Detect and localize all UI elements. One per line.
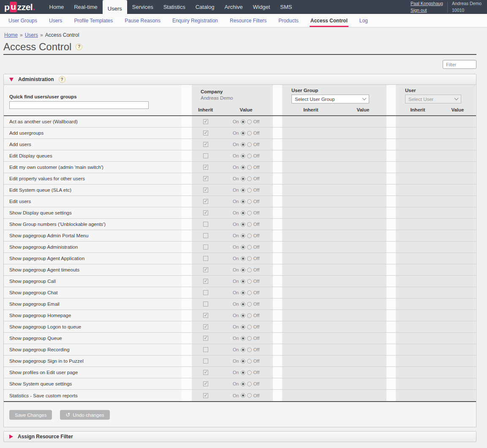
radio-off[interactable] [247, 142, 252, 147]
inherit-checkbox[interactable] [203, 210, 208, 215]
radio-off[interactable] [247, 245, 252, 250]
breadcrumb-link[interactable]: Users [25, 32, 38, 38]
save-changes-button[interactable]: Save Changes [9, 410, 52, 420]
sub-nav-item[interactable]: Log [354, 14, 374, 27]
inherit-checkbox[interactable] [203, 199, 208, 204]
sub-nav-item[interactable]: Enquiry Registration [166, 14, 224, 27]
radio-on[interactable] [241, 313, 245, 318]
inherit-checkbox[interactable] [203, 153, 208, 158]
inherit-checkbox[interactable] [203, 222, 208, 227]
radio-off[interactable] [247, 222, 252, 227]
user-select[interactable]: Select User [405, 95, 461, 103]
current-user-link[interactable]: Paal Kongshaug [411, 0, 443, 7]
administration-accordion-header[interactable]: Administration ? [3, 74, 476, 85]
radio-on[interactable] [241, 291, 245, 295]
radio-off[interactable] [247, 348, 252, 352]
assign-resource-filter-accordion-header[interactable]: Assign Resource Filter [3, 431, 476, 442]
inherit-checkbox[interactable] [203, 267, 208, 272]
inherit-checkbox[interactable] [203, 370, 208, 375]
sign-out-link[interactable]: Sign out [411, 7, 443, 14]
inherit-checkbox[interactable] [203, 256, 208, 261]
radio-off[interactable] [247, 279, 252, 284]
radio-on[interactable] [241, 370, 245, 375]
top-nav-item[interactable]: Archive [219, 0, 248, 14]
radio-on[interactable] [241, 336, 245, 341]
help-icon[interactable]: ? [59, 76, 65, 83]
radio-on[interactable] [241, 268, 245, 272]
inherit-checkbox[interactable] [203, 187, 208, 193]
radio-off[interactable] [247, 370, 252, 375]
undo-changes-button[interactable]: ↺ Undo changes [60, 410, 109, 420]
inherit-checkbox[interactable] [203, 301, 208, 307]
inherit-checkbox[interactable] [203, 324, 208, 329]
top-nav-item[interactable]: Real-time [69, 0, 103, 14]
inherit-checkbox[interactable] [203, 313, 208, 318]
radio-off[interactable] [247, 199, 252, 204]
radio-on[interactable] [241, 302, 245, 307]
radio-off[interactable] [247, 154, 252, 158]
radio-off[interactable] [247, 336, 252, 341]
radio-on[interactable] [241, 325, 245, 329]
inherit-checkbox[interactable] [203, 176, 208, 181]
radio-on[interactable] [241, 199, 245, 204]
radio-off[interactable] [247, 393, 252, 398]
radio-off[interactable] [247, 325, 252, 329]
filter-input[interactable] [443, 60, 476, 69]
radio-on[interactable] [241, 234, 245, 238]
radio-on[interactable] [241, 154, 245, 158]
sub-nav-item[interactable]: Access Control [305, 14, 354, 27]
inherit-checkbox[interactable] [203, 290, 208, 295]
quick-find-input[interactable] [9, 101, 149, 109]
inherit-checkbox[interactable] [203, 130, 208, 136]
radio-on[interactable] [241, 142, 245, 147]
breadcrumb-link[interactable]: Home [4, 32, 18, 38]
radio-on[interactable] [241, 393, 245, 398]
radio-off[interactable] [247, 188, 252, 193]
radio-off[interactable] [247, 176, 252, 181]
radio-on[interactable] [241, 119, 245, 124]
radio-off[interactable] [247, 302, 252, 307]
radio-off[interactable] [247, 211, 252, 215]
radio-off[interactable] [247, 291, 252, 295]
inherit-checkbox[interactable] [203, 233, 208, 238]
top-nav-item[interactable]: Catalog [190, 0, 220, 14]
radio-on[interactable] [241, 131, 245, 136]
inherit-checkbox[interactable] [203, 142, 208, 147]
sub-nav-item[interactable]: User Groups [3, 14, 43, 27]
radio-off[interactable] [247, 131, 252, 136]
sub-nav-item[interactable]: Products [272, 14, 304, 27]
radio-on[interactable] [241, 382, 245, 386]
inherit-checkbox[interactable] [203, 347, 208, 352]
radio-on[interactable] [241, 211, 245, 215]
inherit-checkbox[interactable] [203, 381, 208, 386]
inherit-checkbox[interactable] [203, 336, 208, 341]
radio-on[interactable] [241, 256, 245, 261]
radio-on[interactable] [241, 359, 245, 364]
top-nav-item[interactable]: Widget [248, 0, 275, 14]
inherit-checkbox[interactable] [203, 244, 208, 250]
radio-off[interactable] [247, 234, 252, 238]
radio-off[interactable] [247, 313, 252, 318]
radio-off[interactable] [247, 256, 252, 261]
sub-nav-item[interactable]: Resource Filters [224, 14, 272, 27]
inherit-checkbox[interactable] [203, 119, 208, 124]
top-nav-item[interactable]: Services [127, 0, 158, 14]
radio-on[interactable] [241, 222, 245, 227]
top-nav-item[interactable]: Statistics [158, 0, 190, 14]
radio-off[interactable] [247, 382, 252, 386]
inherit-checkbox[interactable] [203, 393, 208, 398]
sub-nav-item[interactable]: Users [43, 14, 68, 27]
top-nav-item[interactable]: SMS [275, 0, 297, 14]
top-nav-item[interactable]: Home [44, 0, 69, 14]
radio-off[interactable] [247, 268, 252, 272]
inherit-checkbox[interactable] [203, 358, 208, 364]
puzzel-logo[interactable]: puzzel. [4, 2, 35, 12]
radio-off[interactable] [247, 119, 252, 124]
radio-on[interactable] [241, 279, 245, 284]
radio-off[interactable] [247, 165, 252, 170]
radio-on[interactable] [241, 165, 245, 170]
inherit-checkbox[interactable] [203, 165, 208, 170]
radio-off[interactable] [247, 359, 252, 364]
help-icon[interactable]: ? [76, 43, 82, 50]
radio-on[interactable] [241, 176, 245, 181]
